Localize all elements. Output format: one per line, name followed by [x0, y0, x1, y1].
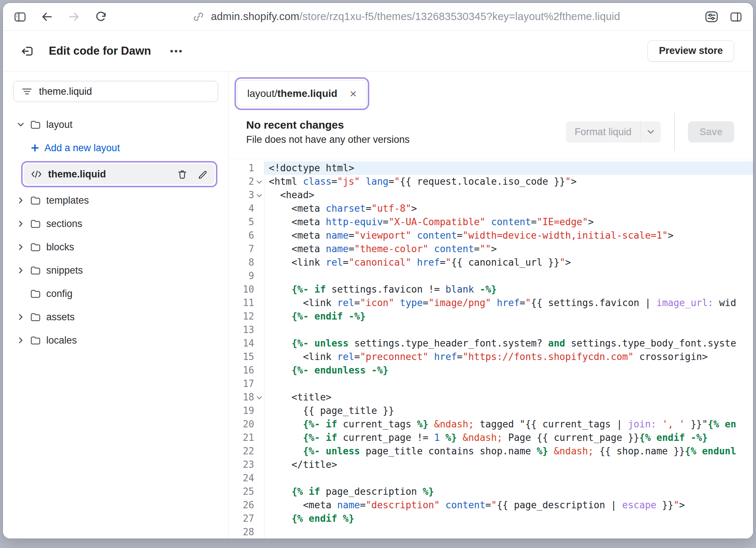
folder-label: assets	[46, 312, 75, 323]
reload-button[interactable]	[94, 10, 108, 24]
sidebar-item-templates[interactable]: templates	[13, 189, 218, 212]
folder-label: layout	[46, 119, 72, 130]
browser-sidebar-right-toggle-button[interactable]	[729, 10, 743, 24]
fold-toggle-icon[interactable]	[254, 188, 264, 202]
sidebar-item-theme-liquid[interactable]: theme.liquid	[24, 164, 214, 184]
line-number: 13	[229, 323, 254, 337]
folder-label: sections	[46, 218, 82, 230]
filter-icon	[21, 85, 33, 98]
code-line[interactable]: 7 <meta name="theme-color" content="">	[229, 242, 753, 256]
sidebar-item-config[interactable]: config	[13, 282, 218, 305]
code-line[interactable]: 10 {%- if settings.favicon != blank -%}	[229, 283, 753, 296]
line-number: 10	[229, 283, 254, 296]
code-editor[interactable]: 1<!doctype html>2<html class="js" lang="…	[229, 159, 753, 539]
code-line[interactable]: 26 <meta name="description" content="{{ …	[229, 498, 753, 512]
code-line[interactable]: 4 <meta charset="utf-8">	[229, 202, 753, 215]
fold-toggle-icon[interactable]	[254, 391, 264, 404]
overflow-menu-button[interactable]: •••	[167, 43, 186, 59]
code-line[interactable]: 12 {%- endif -%}	[229, 310, 753, 323]
sidebar-item-assets[interactable]: assets	[13, 305, 218, 329]
line-number: 15	[229, 350, 254, 364]
folder-icon	[30, 288, 41, 300]
code-line[interactable]: 8 <link rel="canonical" href="{{ canonic…	[229, 256, 753, 269]
back-button[interactable]	[40, 10, 54, 24]
tab-close-button[interactable]: ×	[350, 88, 357, 99]
code-line[interactable]: 16 {%- endunless -%}	[229, 364, 753, 377]
chevron-right-icon[interactable]	[15, 336, 26, 345]
code-line[interactable]: 17	[229, 377, 753, 391]
exit-editor-button[interactable]	[20, 43, 35, 59]
delete-file-button[interactable]	[177, 169, 188, 180]
sidebar-item-sections[interactable]: sections	[13, 212, 218, 235]
code-file-icon	[31, 169, 42, 179]
format-liquid-button[interactable]: Format liquid	[566, 121, 661, 142]
line-number: 3	[229, 188, 254, 202]
code-line[interactable]: 21 {%- if current_page != 1 %} &ndash; P…	[229, 431, 753, 445]
fold-toggle-icon[interactable]	[254, 175, 264, 188]
line-number: 6	[229, 229, 254, 242]
tab-highlight-ring: layout/theme.liquid ×	[235, 77, 369, 110]
code-line[interactable]: 6 <meta name="viewport" content="width=d…	[229, 229, 753, 242]
line-number: 23	[229, 458, 254, 471]
tab-bar: layout/theme.liquid ×	[229, 71, 753, 110]
code-line[interactable]: 15 <link rel="preconnect" href="https://…	[229, 350, 753, 364]
code-line[interactable]: 19 {{ page_title }}	[229, 404, 753, 418]
line-number: 18	[229, 391, 254, 404]
code-line[interactable]: 9	[229, 269, 753, 283]
chevron-down-icon[interactable]	[15, 120, 26, 129]
line-number: 4	[229, 202, 254, 215]
folder-icon	[30, 218, 41, 230]
browser-sidebar-toggle-button[interactable]	[13, 10, 27, 24]
file-search	[13, 81, 218, 102]
add-new-layout-button[interactable]: Add a new layout	[13, 136, 218, 160]
folder-icon	[30, 335, 41, 346]
code-line[interactable]: 27 {% endif %}	[229, 512, 753, 525]
code-line[interactable]: 22 {%- unless page_title contains shop.n…	[229, 445, 753, 458]
rename-file-button[interactable]	[197, 169, 208, 180]
line-number: 24	[229, 471, 254, 485]
line-number: 25	[229, 485, 254, 498]
preview-store-button[interactable]: Preview store	[647, 40, 734, 62]
sidebar-item-layout[interactable]: layout	[13, 113, 218, 136]
code-line[interactable]: 18 <title>	[229, 391, 753, 404]
code-line[interactable]: 20 {%- if current_tags %} &ndash; tagged…	[229, 418, 753, 431]
file-tree: layout Add a new layout	[13, 113, 218, 352]
code-line[interactable]: 23 </title>	[229, 458, 753, 471]
chevron-right-icon[interactable]	[15, 219, 26, 228]
file-search-input[interactable]	[39, 86, 210, 97]
chevron-right-icon[interactable]	[15, 196, 26, 205]
folder-label: snippets	[46, 265, 83, 276]
page-title: Edit code for Dawn	[49, 44, 151, 58]
code-line[interactable]: 3 <head>	[229, 188, 753, 202]
editor-pane: layout/theme.liquid × No recent changes …	[229, 71, 753, 539]
save-button[interactable]: Save	[688, 121, 734, 142]
code-line[interactable]: 28	[229, 525, 753, 539]
line-number: 14	[229, 337, 254, 350]
line-number: 11	[229, 296, 254, 310]
folder-icon	[30, 119, 41, 130]
code-line[interactable]: 5 <meta http-equiv="X-UA-Compatible" con…	[229, 215, 753, 229]
status-title: No recent changes	[246, 119, 410, 131]
tab-theme-liquid[interactable]: layout/theme.liquid ×	[237, 80, 366, 107]
line-number: 21	[229, 431, 254, 445]
code-line[interactable]: 25 {% if page_description %}	[229, 485, 753, 498]
code-line[interactable]: 13	[229, 323, 753, 337]
format-dropdown-button[interactable]	[641, 127, 661, 137]
forward-button[interactable]	[67, 10, 81, 24]
sidebar-item-snippets[interactable]: snippets	[13, 259, 218, 282]
url-bar[interactable]: admin.shopify.com/store/rzq1xu-f5/themes…	[108, 10, 704, 23]
line-number: 1	[229, 161, 254, 175]
code-line[interactable]: 14 {%- unless settings.type_header_font.…	[229, 337, 753, 350]
sidebar-item-locales[interactable]: locales	[13, 329, 218, 352]
chevron-right-icon[interactable]	[15, 266, 26, 275]
code-line[interactable]: 11 <link rel="icon" type="image/png" hre…	[229, 296, 753, 310]
code-line[interactable]: 2<html class="js" lang="{{ request.local…	[229, 175, 753, 188]
chevron-right-icon[interactable]	[15, 242, 26, 252]
code-line[interactable]: 1<!doctype html>	[229, 161, 753, 175]
code-line[interactable]: 24	[229, 471, 753, 485]
line-number: 28	[229, 525, 254, 539]
browser-window: admin.shopify.com/store/rzq1xu-f5/themes…	[3, 3, 753, 539]
browser-customize-button[interactable]	[704, 9, 719, 24]
sidebar-item-blocks[interactable]: blocks	[13, 235, 218, 259]
chevron-right-icon[interactable]	[15, 312, 26, 322]
